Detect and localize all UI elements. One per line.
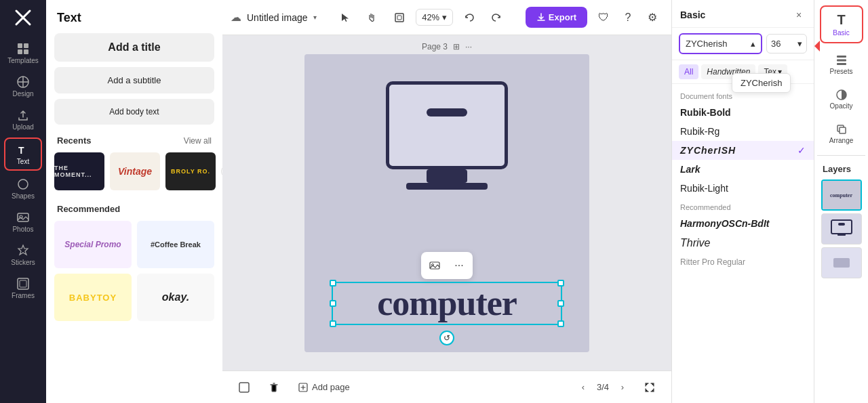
- rec-item-special-promo[interactable]: Special Promo: [54, 221, 132, 268]
- font-family-dropdown[interactable]: ZYCherish ▴: [679, 33, 762, 54]
- sidebar-item-shapes-label: Shapes: [12, 192, 35, 200]
- monitor-screen-element: [427, 108, 467, 116]
- add-title-button[interactable]: Add a title: [54, 33, 214, 62]
- font-item-rubik-bold[interactable]: Rubik-Bold: [672, 103, 814, 122]
- recent-item-broly[interactable]: BROLY RO.: [165, 152, 216, 190]
- canvas-text-element[interactable]: ··· computer ↺: [332, 282, 562, 325]
- recent-item-moment[interactable]: THE MOMENT...: [54, 152, 104, 190]
- canvas-more-tool[interactable]: ···: [448, 255, 470, 276]
- doc-title-chevron[interactable]: ▾: [313, 14, 317, 21]
- fullscreen-button[interactable]: [639, 377, 660, 398]
- font-item-thrive[interactable]: Thrive: [672, 233, 814, 253]
- canvas-text-content[interactable]: computer: [338, 286, 555, 321]
- font-panel-title: Basic: [680, 9, 705, 20]
- font-item-lark[interactable]: Lark: [672, 160, 814, 179]
- page-counter: 3/4: [597, 382, 609, 392]
- handle-bottom-right[interactable]: [557, 320, 564, 327]
- zoom-value: 42%: [422, 12, 439, 22]
- svg-rect-17: [837, 56, 846, 58]
- right-tool-presets[interactable]: Presets: [820, 49, 863, 81]
- svg-rect-3: [24, 49, 28, 54]
- style-all-chip[interactable]: All: [679, 64, 698, 79]
- right-tool-basic[interactable]: T Basic: [820, 5, 863, 43]
- font-list: Document fonts Rubik-Bold Rubik-Rg ZYChe…: [672, 84, 814, 403]
- hand-tool-button[interactable]: [361, 7, 383, 28]
- font-panel-close-button[interactable]: ×: [792, 8, 806, 22]
- rotate-handle[interactable]: ↺: [439, 331, 454, 345]
- select-tool-button[interactable]: [334, 7, 356, 28]
- document-title[interactable]: Untitled image: [247, 12, 308, 23]
- sidebar-item-templates[interactable]: Templates: [4, 38, 42, 68]
- shield-icon[interactable]: 🛡: [593, 7, 614, 28]
- right-tool-opacity[interactable]: Opacity: [820, 83, 863, 115]
- settings-icon[interactable]: ⚙: [642, 7, 663, 28]
- layer-thumb-monitor[interactable]: [821, 213, 862, 245]
- page-icon: ⊞: [453, 42, 460, 51]
- handle-bottom-left[interactable]: [330, 320, 336, 327]
- canvas-image-tool[interactable]: [424, 255, 446, 276]
- font-selected-check: ✓: [797, 145, 806, 156]
- frame-bottom-button[interactable]: [233, 377, 255, 398]
- frame-tool-button[interactable]: [389, 7, 410, 28]
- canvas-area: ☁ Untitled image ▾ 42% ▾ Export 🛡: [222, 0, 671, 403]
- add-subtitle-button[interactable]: Add a subtitle: [54, 67, 214, 93]
- sidebar-item-text[interactable]: T Text: [4, 137, 42, 171]
- font-item-rubik-light[interactable]: Rubik-Light: [672, 179, 814, 198]
- handle-top-left[interactable]: [330, 280, 336, 287]
- handle-top-right[interactable]: [557, 280, 564, 287]
- arrange-label: Arrange: [829, 137, 854, 144]
- text-selection-box[interactable]: computer: [332, 282, 562, 325]
- sidebar-item-upload[interactable]: Upload: [4, 104, 42, 135]
- sidebar-item-frames[interactable]: Frames: [4, 273, 42, 303]
- canvas-page[interactable]: ··· computer ↺: [304, 54, 589, 352]
- rec-item-coffee-break[interactable]: #Coffee Break: [137, 221, 214, 268]
- redo-button[interactable]: [486, 7, 507, 28]
- svg-rect-22: [840, 127, 846, 133]
- font-name-harmony: HarmonyOSCn-BdIt: [680, 218, 769, 229]
- add-page-button[interactable]: Add page: [293, 379, 355, 395]
- add-body-button[interactable]: Add body text: [54, 99, 214, 125]
- handle-mid-right[interactable]: [557, 300, 564, 307]
- zoom-control[interactable]: 42% ▾: [416, 9, 453, 26]
- font-item-ritter[interactable]: Ritter Pro Regular: [672, 253, 814, 271]
- sidebar-item-photos[interactable]: Photos: [4, 207, 42, 237]
- svg-rect-10: [20, 280, 26, 287]
- page-more-icon[interactable]: ···: [465, 42, 472, 51]
- help-icon[interactable]: ?: [617, 7, 639, 28]
- undo-button[interactable]: [458, 7, 480, 28]
- sidebar-item-shapes[interactable]: Shapes: [4, 173, 42, 204]
- font-item-zycherish[interactable]: ZYCherISH ✓: [672, 141, 814, 160]
- font-name-lark: Lark: [680, 164, 701, 175]
- right-tool-arrange[interactable]: Arrange: [820, 118, 863, 150]
- font-name-rubik-light: Rubik-Light: [680, 183, 728, 194]
- sidebar-item-design-label: Design: [12, 90, 33, 98]
- font-item-rubik-rg[interactable]: Rubik-Rg: [672, 122, 814, 141]
- rec-item-babytoy[interactable]: BABYTOY: [54, 274, 132, 321]
- layer-thumb-bg[interactable]: [821, 247, 862, 278]
- prev-page-button[interactable]: ‹: [575, 379, 591, 396]
- layer-thumb-computer[interactable]: computer: [821, 179, 862, 211]
- font-size-dropdown[interactable]: 36 ▾: [766, 34, 807, 54]
- sidebar-item-design[interactable]: Design: [4, 71, 42, 102]
- arrange-icon: [835, 123, 848, 135]
- canvas-viewport[interactable]: Page 3 ⊞ ··· ···: [222, 35, 671, 370]
- font-name-rubik-rg: Rubik-Rg: [680, 126, 719, 137]
- rec-item-okay[interactable]: okay.: [137, 274, 214, 321]
- font-panel-header: Basic ×: [672, 0, 814, 28]
- recent-item-vintage[interactable]: Vintage: [110, 152, 160, 190]
- add-page-label: Add page: [312, 382, 350, 392]
- export-button[interactable]: Export: [526, 7, 587, 28]
- page-label: Page 3: [422, 42, 448, 51]
- font-panel: Basic × ZYCherish ▴ 36 ▾ ZYCherish All H…: [671, 0, 814, 403]
- view-all-button[interactable]: View all: [184, 136, 212, 146]
- next-page-button[interactable]: ›: [614, 379, 631, 396]
- canvas-toolbar: ···: [421, 252, 473, 279]
- delete-button[interactable]: [263, 377, 285, 398]
- sidebar-item-stickers[interactable]: Stickers: [4, 240, 42, 270]
- svg-text:T: T: [18, 145, 24, 156]
- svg-rect-19: [837, 63, 846, 65]
- handle-mid-left[interactable]: [330, 300, 336, 307]
- font-item-harmony[interactable]: HarmonyOSCn-BdIt: [672, 214, 814, 233]
- svg-rect-18: [837, 60, 846, 62]
- opacity-icon: [835, 89, 848, 101]
